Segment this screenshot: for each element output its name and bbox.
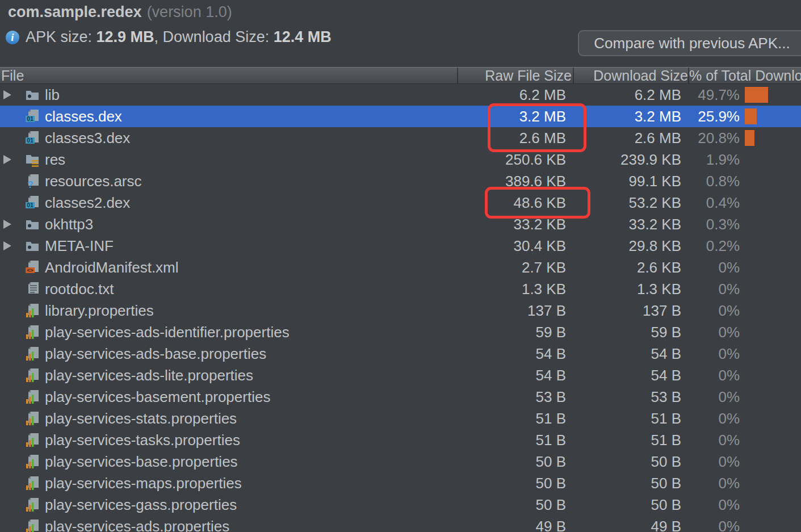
percent-cell: 0.8% [688,173,740,190]
percent-cell: 0% [688,367,740,384]
percent-bar-cell [740,192,801,213]
raw-file-size-cell: 53 B [457,388,573,406]
folder-icon [25,238,40,253]
table-row[interactable]: 01classes2.dex48.6 KB53.2 KB0.4% [0,192,801,213]
raw-file-size-cell: 48.6 KB [457,194,573,212]
table-row[interactable]: res250.6 KB239.9 KB1.9% [0,149,801,170]
percent-bar-cell [740,408,801,429]
table-row[interactable]: lib6.2 MB6.2 MB49.7% [0,84,801,106]
expand-arrow-icon[interactable] [2,220,25,229]
raw-file-size-cell: 250.6 KB [457,151,573,169]
raw-file-size-cell: 389.6 KB [457,173,573,190]
table-row[interactable]: play-services-ads-base.properties54 B54 … [0,343,801,365]
file-table-body: lib6.2 MB6.2 MB49.7%01classes.dex3.2 MB3… [0,84,801,532]
dex-file-icon: 01 [25,131,40,145]
svg-text:01: 01 [27,202,33,208]
properties-file-icon [25,411,40,426]
table-row[interactable]: play-services-ads-identifier.properties5… [0,321,801,343]
table-row[interactable]: play-services-tasks.properties51 B51 B0% [0,429,801,451]
download-size-cell: 54 B [573,345,688,363]
column-header-raw-file-size[interactable]: Raw File Size [457,68,573,83]
file-cell: lib [0,86,457,104]
properties-file-icon [25,368,40,383]
download-size-cell: 2.6 KB [573,259,688,277]
properties-file-icon [25,497,40,512]
percent-bar-cell [740,106,801,127]
properties-file-icon [25,389,40,404]
table-row[interactable]: <>AndroidManifest.xml2.7 KB2.6 KB0% [0,257,801,278]
raw-file-size-cell: 30.4 KB [457,237,573,255]
percent-bar [745,108,757,124]
apk-title: com.sample.redex(version 1.0) [8,3,232,21]
download-size-cell: 33.2 KB [573,216,688,233]
properties-file-icon [25,476,40,491]
svg-text:?: ? [27,179,33,188]
column-header-file[interactable]: File [0,68,457,83]
raw-file-size-cell: 54 B [457,345,573,363]
properties-file-icon [25,519,40,532]
percent-bar-cell [740,494,801,516]
table-row[interactable]: 01classes3.dex2.6 MB2.6 MB20.8% [0,127,801,149]
percent-bar-cell [740,451,801,472]
table-row[interactable]: play-services-maps.properties50 B50 B0% [0,472,801,494]
percent-cell: 25.9% [688,108,740,125]
percent-cell: 0.3% [688,216,740,233]
percent-cell: 0% [688,453,740,471]
table-row[interactable]: play-services-stats.properties51 B51 B0% [0,408,801,429]
download-size-cell: 50 B [573,475,688,492]
column-header-download-size[interactable]: Download Size [573,68,688,83]
file-cell: 01classes.dex [0,108,457,125]
file-cell: okhttp3 [0,216,457,233]
percent-cell: 0% [688,324,740,341]
table-row[interactable]: play-services-ads.properties49 B49 B0% [0,516,801,532]
raw-file-size-cell: 59 B [457,324,573,341]
file-name: play-services-ads.properties [45,518,229,532]
expand-arrow-icon[interactable] [2,241,25,250]
file-cell: rootdoc.txt [0,280,457,298]
table-row[interactable]: rootdoc.txt1.3 KB1.3 KB0% [0,278,801,300]
table-row[interactable]: 01classes.dex3.2 MB3.2 MB25.9% [0,106,801,127]
file-cell: META-INF [0,237,457,255]
download-size-cell: 59 B [573,324,688,341]
file-name: resources.arsc [45,173,142,190]
file-cell: play-services-gass.properties [0,496,457,514]
table-row[interactable]: play-services-gass.properties50 B50 B0% [0,494,801,516]
file-cell: play-services-ads-identifier.properties [0,324,457,341]
svg-text:01: 01 [27,137,33,144]
file-cell: play-services-ads.properties [0,518,457,532]
table-row[interactable]: META-INF30.4 KB29.8 KB0.2% [0,235,801,257]
download-size-cell: 49 B [573,518,688,532]
percent-bar-cell [740,321,801,343]
column-header-percent-of-total[interactable]: % of Total Downlo... [688,68,801,83]
info-icon: i [6,31,19,44]
expand-arrow-icon[interactable] [2,155,25,164]
table-row[interactable]: play-services-basement.properties53 B53 … [0,386,801,408]
percent-bar-cell [740,149,801,170]
compare-with-previous-apk-button[interactable]: Compare with previous APK... [578,30,801,56]
properties-file-icon [25,454,40,469]
download-size-cell: 1.3 KB [573,280,688,298]
table-row[interactable]: library.properties137 B137 B0% [0,300,801,321]
download-size-cell: 51 B [573,410,688,428]
file-cell: 01classes2.dex [0,194,457,212]
table-row[interactable]: okhttp333.2 KB33.2 KB0.3% [0,213,801,235]
percent-cell: 0% [688,259,740,277]
percent-cell: 0% [688,518,740,532]
file-cell: play-services-base.properties [0,453,457,471]
file-name: play-services-base.properties [45,453,238,471]
table-row[interactable]: play-services-base.properties50 B50 B0% [0,451,801,472]
percent-cell: 0% [688,496,740,514]
percent-cell: 0% [688,475,740,492]
table-row[interactable]: ?resources.arsc389.6 KB99.1 KB0.8% [0,170,801,192]
properties-file-icon [25,303,40,318]
download-size-cell: 50 B [573,496,688,514]
file-name: play-services-tasks.properties [45,432,240,449]
text-file-icon [25,282,40,296]
xml-file-icon: <> [25,260,40,275]
percent-cell: 0% [688,280,740,298]
file-name: classes2.dex [45,194,130,212]
dex-file-icon: 01 [25,109,40,124]
percent-bar-cell [740,127,801,149]
table-row[interactable]: play-services-ads-lite.properties54 B54 … [0,365,801,386]
expand-arrow-icon[interactable] [2,90,25,99]
